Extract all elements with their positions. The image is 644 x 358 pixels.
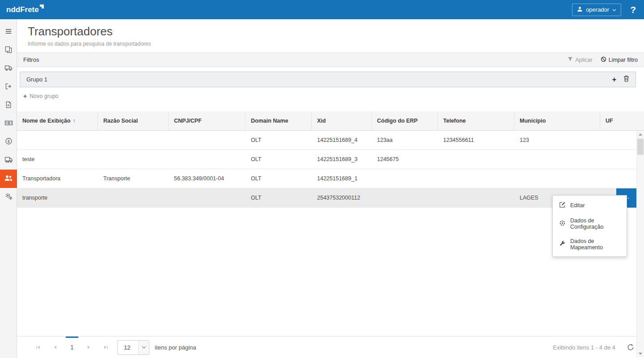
cell-municipio (514, 150, 600, 169)
trash-icon[interactable] (623, 75, 629, 84)
menu-item-edit[interactable]: Editar (553, 197, 627, 213)
column-header-xid[interactable]: Xid (312, 111, 372, 130)
column-header-label: Município (520, 118, 546, 124)
filter-group-row[interactable]: Grupo 1 + (20, 72, 636, 87)
sidebar-item-sign-out[interactable] (0, 78, 17, 96)
document-icon (4, 101, 13, 111)
scroll-down-button[interactable] (637, 350, 644, 357)
cell-erp: 1245675 (372, 150, 438, 169)
cell-razao: Transporte (98, 169, 169, 188)
refresh-button[interactable] (627, 344, 634, 351)
filter-group-actions: + (612, 75, 629, 84)
cell-xid: 25437532000112 (312, 188, 372, 207)
cell-xid: 14225151689_3 (312, 150, 372, 169)
pager: 1 12 itens por página Exibindo itens 1 -… (17, 336, 644, 358)
column-header-cnpj[interactable]: CNPJ/CPF (169, 111, 246, 130)
clear-filter-label: Limpar filtro (609, 57, 638, 63)
cargo-truck-icon (4, 155, 13, 166)
cell-erp (372, 188, 438, 207)
sidebar-item-truck[interactable] (0, 60, 17, 78)
sidebar-item-document[interactable] (0, 96, 17, 115)
wrench-icon (559, 240, 566, 248)
apply-filter-button[interactable]: Aplicar (568, 56, 592, 63)
add-filter-button[interactable]: + (612, 76, 616, 83)
sidebar-item-menu[interactable] (0, 23, 17, 41)
column-header-label: Telefone (443, 118, 466, 124)
app-logo: nddFrete (6, 5, 44, 14)
per-page-label: itens por página (155, 344, 196, 351)
copy-icon (4, 46, 13, 55)
column-header-municipio[interactable]: Município (514, 111, 600, 130)
sidebar-item-cargo-truck[interactable] (0, 151, 17, 170)
user-label: operador (586, 6, 609, 13)
clear-filter-button[interactable]: Limpar filtro (601, 56, 638, 64)
cell-municipio: 123 (514, 131, 600, 149)
cell-telefone: 1234556611 (438, 131, 514, 149)
table-row[interactable]: OLT 14225151689_4 123aa 1234556611 123 (17, 131, 644, 150)
pager-page-1[interactable]: 1 (64, 337, 80, 358)
filters-actions: Aplicar Limpar filtro (568, 56, 638, 64)
table-row-selected[interactable]: transporte OLT 25437532000112 LAGES (17, 188, 644, 208)
main-content: Transportadores· Informe os dados para p… (17, 19, 644, 358)
scroll-up-button[interactable] (637, 131, 644, 138)
user-icon (577, 6, 583, 13)
menu-item-label: Editar (570, 202, 585, 209)
cell-domain: OLT (246, 188, 312, 207)
triangle-up-icon (639, 133, 642, 136)
cell-domain: OLT (246, 131, 312, 149)
table-row[interactable]: teste OLT 14225151689_3 1245675 (17, 150, 644, 169)
user-menu-button[interactable]: operador (572, 4, 621, 16)
page-size-select[interactable]: 12 (117, 340, 149, 355)
title-mark: · (113, 29, 114, 34)
column-header-label: Código do ERP (377, 118, 418, 124)
edit-icon (559, 201, 566, 209)
cell-nome: Transportadora (17, 169, 98, 188)
menu-item-configuration[interactable]: Dados de Configuração (553, 213, 627, 234)
funnel-icon (568, 56, 573, 63)
sidebar-item-settings[interactable] (0, 188, 17, 206)
banknote-icon (4, 119, 13, 129)
column-header-telefone[interactable]: Telefone (438, 111, 514, 130)
topbar-right: operador ? (572, 4, 638, 16)
scrollbar-thumb[interactable] (637, 139, 644, 155)
apply-filter-label: Aplicar (575, 57, 592, 63)
cell-nome: transporte (17, 188, 98, 207)
cell-cnpj: 56.383.349/0001-04 (169, 169, 246, 188)
help-button[interactable]: ? (628, 4, 638, 15)
pager-prev-button[interactable] (47, 337, 64, 358)
column-header-nome[interactable]: Nome de Exibição ↑ (17, 111, 98, 130)
cell-cnpj (169, 150, 246, 169)
cell-xid: 14225151689_4 (312, 131, 372, 149)
table-row[interactable]: Transportadora Transporte 56.383.349/000… (17, 169, 644, 188)
sort-asc-icon: ↑ (73, 118, 76, 124)
page-head: Transportadores· Informe os dados para p… (17, 19, 644, 52)
vertical-scrollbar[interactable] (636, 131, 644, 357)
column-header-razao[interactable]: Razão Social (98, 111, 169, 130)
sidebar-item-copy[interactable] (0, 41, 17, 60)
cell-municipio (514, 169, 600, 188)
sidebar-item-carriers[interactable] (0, 170, 17, 188)
column-header-uf[interactable]: UF (600, 111, 644, 130)
cell-erp: 123aa (372, 131, 438, 149)
column-header-erp[interactable]: Código do ERP (372, 111, 438, 130)
sidebar-item-banknote[interactable] (0, 115, 17, 133)
cancel-circle-icon (601, 56, 606, 64)
filter-group-name: Grupo 1 (26, 76, 47, 83)
new-group-button[interactable]: + Novo grupo (23, 93, 59, 99)
pager-first-button[interactable] (30, 337, 47, 358)
menu-item-mapping[interactable]: Dados de Mapeamento (553, 234, 627, 255)
app-logo-text: nddFrete (6, 5, 39, 14)
filters-title: Filtros (23, 56, 39, 63)
pager-last-button[interactable] (97, 337, 114, 358)
sidebar-item-currency-sync[interactable]: $ (0, 133, 17, 151)
sign-out-icon (4, 82, 13, 92)
pager-next-button[interactable] (80, 337, 97, 358)
cell-telefone (438, 169, 514, 188)
cell-telefone (438, 188, 514, 207)
cell-cnpj (169, 188, 246, 207)
menu-item-label: Dados de Configuração (570, 217, 620, 230)
column-header-domain[interactable]: Domain Name (246, 111, 312, 130)
cell-nome (17, 131, 98, 149)
page-title-text: Transportadores (28, 25, 113, 38)
row-context-menu: Editar Dados de Configuração Dados de Ma… (552, 195, 627, 257)
